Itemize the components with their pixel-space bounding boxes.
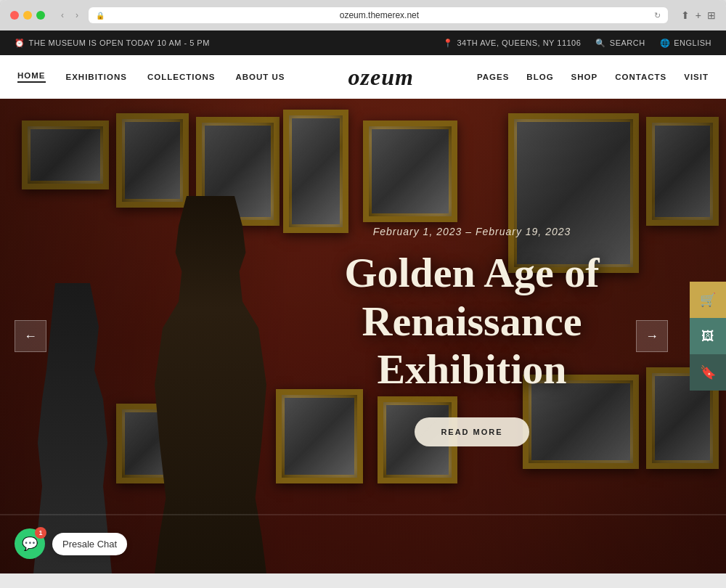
location-text: 34TH AVE, QUEENS, NY 11106 [457,38,581,47]
address-bar-container: 🔒 ↻ [89,7,668,23]
language-label: ENGLISH [674,38,711,47]
share-button[interactable]: ⬆ [681,9,690,21]
bookmark-icon: 🔖 [700,364,716,380]
website: ⏰ THE MUSEUM IS OPEN TODAY 10 AM - 5 PM … [0,30,726,573]
arrow-left-icon: ← [24,329,37,344]
browser-controls: ‹ › [58,9,81,22]
museum-hours-item: ⏰ THE MUSEUM IS OPEN TODAY 10 AM - 5 PM [15,38,210,48]
hero-section: February 1, 2023 – February 19, 2023 Gol… [0,99,726,573]
minimize-button[interactable] [23,11,32,20]
site-logo[interactable]: ozeum [348,64,414,91]
cart-sidebar-icon[interactable]: 🛒 [690,282,726,318]
browser-actions: ⬆ + ⊞ [681,9,716,21]
hero-date: February 1, 2023 – February 19, 2023 [290,226,653,237]
saved-sidebar-icon[interactable]: 🔖 [690,354,726,391]
nav-contacts[interactable]: CONTACTS [615,73,666,81]
location-item[interactable]: 📍 34TH AVE, QUEENS, NY 11106 [443,38,581,48]
gallery-sidebar-icon[interactable]: 🖼 [690,318,726,354]
shopping-cart-icon: 🛒 [700,292,716,308]
nav-home[interactable]: HOME [17,71,46,83]
hero-title: Golden Age of Renaissance Exhibition [290,249,653,394]
search-icon: 🔍 [595,38,606,48]
main-nav: HOME EXHIBITIONS COLLECTIONS ABOUT US oz… [0,55,726,99]
chat-widget: 💬 1 Presale Chat [15,528,127,559]
nav-exhibitions[interactable]: EXHIBITIONS [66,73,127,81]
grid-button[interactable]: ⊞ [707,9,716,21]
language-item[interactable]: 🌐 ENGLISH [660,38,711,48]
hero-prev-button[interactable]: ← [15,320,46,352]
museum-hours-text: THE MUSEUM IS OPEN TODAY 10 AM - 5 PM [29,38,210,47]
chat-label[interactable]: Presale Chat [52,533,127,555]
info-bar-left: ⏰ THE MUSEUM IS OPEN TODAY 10 AM - 5 PM [15,38,210,48]
nav-blog[interactable]: BLOG [526,73,553,81]
search-label: SEARCH [610,38,645,47]
hero-content: February 1, 2023 – February 19, 2023 Gol… [290,226,653,446]
image-icon: 🖼 [701,329,714,344]
hero-next-button[interactable]: → [636,320,668,352]
browser-titlebar: ‹ › 🔒 ↻ ⬆ + ⊞ [0,0,726,30]
address-bar[interactable] [109,10,650,20]
close-button[interactable] [10,11,19,20]
sidebar-icons: 🛒 🖼 🔖 [690,282,726,391]
nav-about-us[interactable]: ABOUT US [235,73,285,81]
lock-icon: 🔒 [96,12,105,20]
nav-collections[interactable]: COLLECTIONS [147,73,215,81]
chat-icon: 💬 [22,536,38,552]
nav-shop[interactable]: SHOP [571,73,598,81]
forward-button[interactable]: › [73,9,81,22]
nav-right: PAGES BLOG SHOP CONTACTS VISIT [477,73,709,81]
traffic-lights [10,11,45,20]
maximize-button[interactable] [36,11,45,20]
info-bar-right: 📍 34TH AVE, QUEENS, NY 11106 🔍 SEARCH 🌐 … [443,38,711,48]
nav-visit[interactable]: VISIT [684,73,709,81]
back-button[interactable]: ‹ [58,9,67,22]
nav-pages[interactable]: PAGES [477,73,509,81]
clock-icon: ⏰ [15,38,25,48]
arrow-right-icon: → [645,329,658,344]
info-bar: ⏰ THE MUSEUM IS OPEN TODAY 10 AM - 5 PM … [0,30,726,55]
search-item[interactable]: 🔍 SEARCH [595,38,645,48]
refresh-button[interactable]: ↻ [654,11,661,20]
new-tab-button[interactable]: + [696,9,701,21]
hero-cta-button[interactable]: READ MORE [415,417,529,446]
globe-icon: 🌐 [660,38,671,48]
nav-left: HOME EXHIBITIONS COLLECTIONS ABOUT US [17,71,285,83]
chat-badge: 1 [35,527,46,539]
floor-line [0,514,726,515]
chat-button[interactable]: 💬 1 [15,528,45,559]
location-icon: 📍 [443,38,454,48]
